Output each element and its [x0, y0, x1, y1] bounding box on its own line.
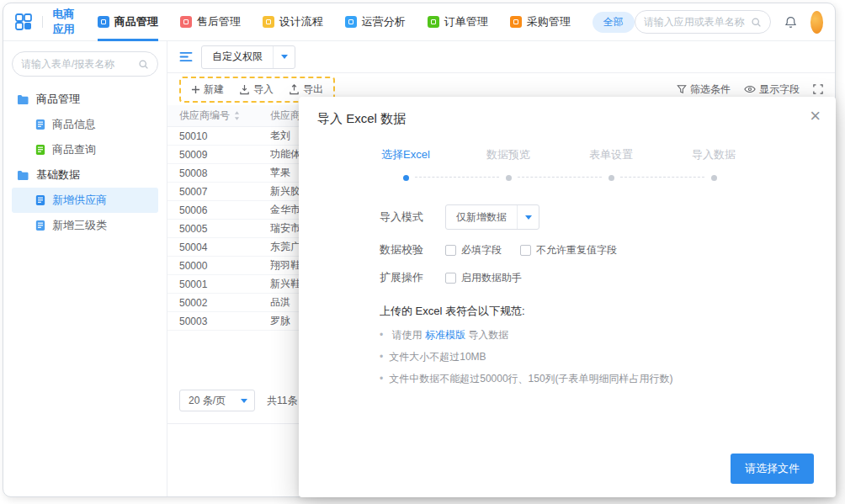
- supplier-id-cell: 50003: [167, 316, 270, 327]
- standard-template-link[interactable]: 标准模版: [425, 329, 465, 341]
- checkbox-icon[interactable]: [445, 245, 456, 256]
- sidebar: 商品管理 商品信息 商品查询 基础数据 新增供应商 新增三级类: [3, 41, 167, 496]
- import-button[interactable]: 导入: [239, 82, 274, 97]
- filter-button[interactable]: 筛选条件: [677, 82, 731, 97]
- step-data-preview: 数据预览: [457, 147, 560, 181]
- import-mode-select[interactable]: 仅新增数据: [445, 204, 539, 230]
- nav-item-label: 售后管理: [197, 14, 241, 29]
- supplier-id-cell: 50009: [167, 149, 270, 161]
- import-excel-modal: 导入 Excel 数据 × 选择Excel 数据预览 表单设置 导入数据 导入模…: [299, 97, 836, 497]
- checkbox-label: 启用数据助手: [461, 271, 522, 285]
- step-form-settings: 表单设置: [560, 147, 662, 181]
- required-fields-checkbox[interactable]: 必填字段: [445, 243, 502, 257]
- checkbox-icon[interactable]: [445, 273, 456, 284]
- notification-bell-icon[interactable]: [784, 15, 798, 29]
- form-search[interactable]: [12, 51, 158, 77]
- nav-item-operation-analysis[interactable]: 运营分析: [345, 3, 406, 40]
- nav-item-design-flow[interactable]: 设计流程: [263, 3, 323, 40]
- sidebar-item-label: 新增三级类: [52, 218, 107, 233]
- top-nav: 电商应用 商品管理 售后管理 设计流程 运营分析 订单管理: [3, 3, 835, 41]
- rule-text: 导入数据: [465, 329, 508, 341]
- form-search-input[interactable]: [21, 58, 138, 70]
- page-size-value: 20 条/页: [180, 394, 234, 408]
- export-button[interactable]: 导出: [289, 82, 323, 97]
- purchase-management-icon: [510, 16, 522, 28]
- fullscreen-icon[interactable]: [813, 84, 823, 94]
- sidebar-item-label: 新增供应商: [52, 193, 107, 208]
- page-size-select[interactable]: 20 条/页: [179, 390, 255, 411]
- global-search-input[interactable]: [644, 16, 751, 28]
- user-avatar[interactable]: [810, 11, 823, 34]
- folder-icon: [17, 94, 29, 105]
- supplier-id-cell: 50007: [167, 186, 270, 198]
- permission-view-select[interactable]: 自定义权限: [201, 45, 295, 69]
- step-label: 表单设置: [560, 147, 662, 162]
- nav-item-label: 订单管理: [444, 14, 488, 29]
- import-steps: 选择Excel 数据预览 表单设置 导入数据: [354, 147, 765, 181]
- validation-label: 数据校验: [380, 242, 445, 257]
- rule-row-limit: 文件中数据不能超过50000行、150列(子表单明细同样占用行数): [380, 372, 836, 386]
- export-label: 导出: [303, 82, 323, 97]
- sidebar-item-new-category[interactable]: 新增三级类: [12, 213, 158, 238]
- show-fields-button[interactable]: 显示字段: [744, 82, 800, 97]
- import-label: 导入: [253, 82, 274, 97]
- column-header-label: 供应商编号: [179, 109, 230, 123]
- step-select-excel: 选择Excel: [354, 147, 457, 181]
- chevron-down-icon[interactable]: [234, 390, 254, 411]
- search-icon: [138, 59, 149, 70]
- nav-item-label: 商品管理: [114, 14, 158, 29]
- filter-label: 筛选条件: [690, 82, 731, 97]
- app-nav: 商品管理 售后管理 设计流程 运营分析 订单管理 采购管理: [98, 3, 593, 40]
- supplier-id-cell: 50002: [167, 297, 270, 309]
- step-dot: [403, 175, 409, 181]
- sidebar-group-goods[interactable]: 商品管理: [12, 87, 158, 112]
- extension-label: 扩展操作: [380, 270, 445, 285]
- data-assistant-checkbox[interactable]: 启用数据助手: [445, 271, 522, 285]
- rules-title: 上传的 Excel 表符合以下规范:: [380, 304, 836, 319]
- all-apps-button[interactable]: 全部: [593, 12, 635, 33]
- report-doc-icon: [35, 144, 45, 156]
- view-list-icon[interactable]: [179, 51, 193, 62]
- new-record-button[interactable]: 新建: [191, 82, 224, 97]
- sidebar-item-goods-info[interactable]: 商品信息: [12, 112, 158, 137]
- sidebar-item-new-supplier[interactable]: 新增供应商: [12, 188, 158, 213]
- rule-text: 请使用: [392, 329, 425, 341]
- sidebar-group-label: 商品管理: [36, 92, 80, 107]
- modal-title: 导入 Excel 数据: [299, 97, 836, 135]
- checkbox-icon[interactable]: [520, 245, 531, 256]
- supplier-id-cell: 50004: [167, 241, 270, 253]
- step-label: 选择Excel: [354, 147, 457, 162]
- checkbox-label: 必填字段: [461, 243, 502, 257]
- permission-view-value: 自定义权限: [202, 50, 273, 64]
- show-fields-label: 显示字段: [759, 82, 800, 97]
- choose-file-button[interactable]: 请选择文件: [731, 454, 814, 484]
- sort-icon: [234, 111, 240, 120]
- nav-item-goods-management[interactable]: 商品管理: [98, 3, 158, 40]
- operation-analysis-icon: [345, 16, 357, 28]
- nav-item-purchase-management[interactable]: 采购管理: [510, 3, 571, 40]
- checkbox-label: 不允许重复值字段: [536, 243, 617, 257]
- goods-management-icon: [98, 16, 109, 28]
- workspace-name[interactable]: 电商应用: [53, 7, 77, 37]
- column-header-supplier-id[interactable]: 供应商编号: [167, 109, 270, 123]
- apps-grid-icon[interactable]: [15, 13, 32, 30]
- nav-item-order-management[interactable]: 订单管理: [428, 3, 488, 40]
- chevron-down-icon[interactable]: [517, 205, 539, 229]
- aftersales-icon: [180, 16, 192, 28]
- view-bar: 自定义权限: [167, 41, 835, 73]
- sidebar-item-goods-query[interactable]: 商品查询: [12, 137, 158, 162]
- step-dot: [609, 175, 614, 181]
- form-doc-icon: [35, 194, 45, 206]
- nav-item-aftersales[interactable]: 售后管理: [180, 3, 241, 40]
- no-duplicates-checkbox[interactable]: 不允许重复值字段: [520, 243, 617, 257]
- form-doc-icon: [35, 220, 45, 231]
- sidebar-group-base-data[interactable]: 基础数据: [12, 162, 158, 188]
- nav-item-label: 运营分析: [362, 14, 406, 29]
- rule-template: 请使用 标准模版 导入数据: [380, 328, 836, 342]
- close-icon[interactable]: ×: [810, 107, 821, 125]
- step-dot: [506, 175, 512, 181]
- sidebar-item-label: 商品信息: [52, 117, 96, 132]
- chevron-down-icon[interactable]: [273, 46, 295, 68]
- search-icon: [751, 17, 762, 28]
- global-search[interactable]: [635, 10, 771, 34]
